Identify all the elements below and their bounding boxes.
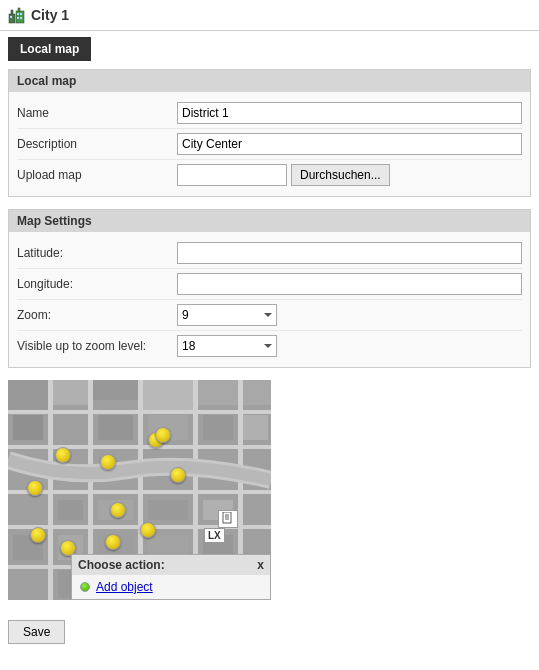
svg-rect-11 <box>53 380 88 405</box>
svg-rect-3 <box>18 8 20 11</box>
svg-rect-31 <box>13 500 43 520</box>
map-pin[interactable] <box>155 427 171 443</box>
map-pin[interactable] <box>30 527 46 543</box>
add-object-icon <box>80 582 90 592</box>
popup-header: Choose action: x <box>72 555 270 575</box>
svg-rect-5 <box>17 13 19 15</box>
latitude-label: Latitude: <box>17 246 177 260</box>
popup-title: Choose action: <box>78 558 165 572</box>
lx-label: LX <box>208 530 221 541</box>
svg-rect-7 <box>17 17 19 19</box>
map-pin[interactable] <box>110 502 126 518</box>
svg-rect-13 <box>143 380 193 410</box>
city-icon <box>8 6 26 24</box>
map-settings-section: Map Settings Latitude: Longitude: Zoom: … <box>8 209 531 368</box>
svg-rect-32 <box>58 500 83 520</box>
popup-close-button[interactable]: x <box>257 558 264 572</box>
svg-rect-8 <box>20 17 22 19</box>
map-container[interactable]: LX Choose action: x Add object <box>8 380 271 600</box>
map-pin[interactable] <box>140 522 156 538</box>
svg-rect-6 <box>20 13 22 15</box>
map-settings-section-header: Map Settings <box>9 210 530 232</box>
name-row: Name <box>17 98 522 129</box>
map-pin[interactable] <box>55 447 71 463</box>
svg-rect-30 <box>243 415 268 440</box>
visible-zoom-label: Visible up to zoom level: <box>17 339 177 353</box>
svg-rect-22 <box>8 490 271 494</box>
longitude-row: Longitude: <box>17 269 522 300</box>
map-pin[interactable] <box>27 480 43 496</box>
description-row: Description <box>17 129 522 160</box>
svg-rect-41 <box>13 570 43 598</box>
svg-rect-29 <box>203 415 233 440</box>
svg-rect-1 <box>11 10 13 14</box>
svg-rect-14 <box>198 380 271 405</box>
svg-rect-10 <box>8 380 48 410</box>
page-title: City 1 <box>31 7 69 23</box>
zoom-select[interactable]: 1234 5678 9101112 13141516 1718 <box>177 304 277 326</box>
map-settings-section-body: Latitude: Longitude: Zoom: 1234 5678 910… <box>9 232 530 367</box>
lx-marker[interactable]: LX <box>204 528 225 543</box>
zoom-label: Zoom: <box>17 308 177 322</box>
doc-marker[interactable] <box>218 510 238 528</box>
svg-rect-12 <box>93 380 138 400</box>
svg-rect-20 <box>8 410 271 414</box>
svg-rect-27 <box>98 415 133 440</box>
page-header: City 1 <box>0 0 539 31</box>
visible-zoom-select[interactable]: 1234 5678 9101112 13141516 1718 <box>177 335 277 357</box>
zoom-row: Zoom: 1234 5678 9101112 13141516 1718 <box>17 300 522 331</box>
svg-rect-25 <box>13 415 43 440</box>
name-input[interactable] <box>177 102 522 124</box>
map-pin[interactable] <box>170 467 186 483</box>
svg-rect-26 <box>58 415 83 440</box>
save-button[interactable]: Save <box>8 620 65 644</box>
main-content: Local map Name Description Upload map Du… <box>0 61 539 616</box>
local-map-section-header: Local map <box>9 70 530 92</box>
add-object-label: Add object <box>96 580 153 594</box>
add-object-item[interactable]: Add object <box>72 575 270 599</box>
upload-row: Upload map Durchsuchen... <box>17 160 522 190</box>
local-map-section: Local map Name Description Upload map Du… <box>8 69 531 197</box>
svg-rect-21 <box>8 445 271 449</box>
document-icon <box>222 512 234 524</box>
longitude-input[interactable] <box>177 273 522 295</box>
tab-bar: Local map <box>0 31 539 61</box>
name-label: Name <box>17 106 177 120</box>
svg-rect-4 <box>10 16 12 18</box>
longitude-label: Longitude: <box>17 277 177 291</box>
upload-label: Upload map <box>17 168 177 182</box>
svg-rect-45 <box>223 512 231 523</box>
latitude-input[interactable] <box>177 242 522 264</box>
choose-action-popup: Choose action: x Add object <box>71 554 271 600</box>
latitude-row: Latitude: <box>17 238 522 269</box>
map-pin[interactable] <box>100 454 116 470</box>
tab-local-map[interactable]: Local map <box>8 37 91 61</box>
local-map-section-body: Name Description Upload map Durchsuchen.… <box>9 92 530 196</box>
visible-zoom-row: Visible up to zoom level: 1234 5678 9101… <box>17 331 522 361</box>
map-pin[interactable] <box>105 534 121 550</box>
description-label: Description <box>17 137 177 151</box>
svg-rect-34 <box>148 500 188 520</box>
description-input[interactable] <box>177 133 522 155</box>
browse-button[interactable]: Durchsuchen... <box>291 164 390 186</box>
upload-input[interactable] <box>177 164 287 186</box>
svg-rect-0 <box>9 14 15 23</box>
